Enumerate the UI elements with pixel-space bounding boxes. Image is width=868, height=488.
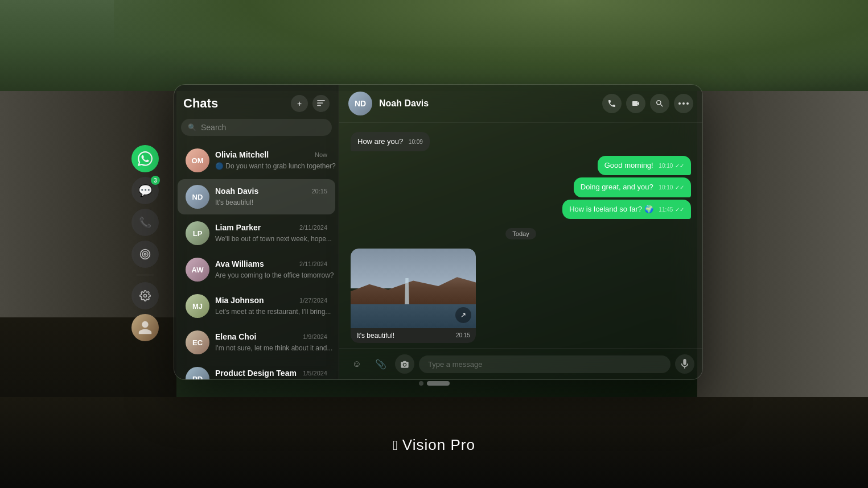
date-badge: Today (505, 228, 536, 239)
chat-time: 1/9/2024 (303, 333, 327, 340)
chat-info: Ava Williams 2/11/2024 Are you coming to… (215, 259, 327, 280)
apple-logo-icon:  (393, 437, 398, 453)
chat-time: 20:15 (311, 188, 327, 195)
chat-header-actions (602, 94, 693, 113)
svg-point-1 (142, 251, 148, 257)
contact-avatar: ND (348, 92, 372, 115)
svg-rect-6 (317, 105, 321, 106)
chat-list-item[interactable]: ND Noah Davis 20:15 It's beautiful! (178, 179, 335, 214)
mic-button[interactable] (675, 354, 694, 374)
attach-button[interactable]: 📎 (371, 354, 390, 374)
vision-pro-text: Vision Pro (402, 436, 475, 454)
camera-button[interactable] (395, 354, 414, 374)
chat-name: Mia Johnson (215, 296, 264, 305)
message-ticks: ✓✓ (675, 163, 684, 169)
chat-preview: 🔵 Do you want to grab lunch together? (215, 162, 336, 170)
chat-avatar: PD (186, 367, 209, 379)
sidebar: 💬 3 📞 (128, 145, 162, 341)
search-message-button[interactable] (650, 94, 669, 113)
message-item: Good morning! 10:10 ✓✓ (598, 156, 691, 175)
video-call-button[interactable] (626, 94, 645, 113)
emoji-button[interactable]: ☺ (347, 354, 367, 374)
sidebar-item-profile[interactable] (131, 314, 159, 341)
chat-info: Olivia Mitchell Now 🔵 Do you want to gra… (215, 150, 327, 171)
sidebar-item-whatsapp[interactable] (131, 145, 159, 172)
sidebar-item-status[interactable] (131, 241, 159, 268)
svg-point-7 (678, 102, 681, 105)
message-time: 10:10 (659, 184, 673, 191)
whatsapp-window: Chats + 🔍 OM Olivia Mitchel (174, 84, 703, 380)
svg-rect-5 (317, 102, 323, 104)
chat-info: Liam Parker 2/11/2024 We'll be out of to… (215, 223, 327, 243)
chat-list: OM Olivia Mitchell Now 🔵 Do you want to … (174, 142, 339, 379)
message-item: How are you? 10:09 (351, 132, 430, 151)
svg-rect-4 (317, 100, 325, 101)
chats-header: Chats + (174, 85, 339, 119)
caption-time: 20:15 (456, 332, 470, 338)
bg-trees (114, 0, 868, 91)
chat-preview: We'll be out of town next week, hope... (215, 235, 332, 243)
chat-name-row: Product Design Team 1/5/2024 (215, 369, 327, 378)
chat-list-item[interactable]: MJ Mia Johnson 1/27/2024 Let's meet at t… (178, 288, 335, 324)
chat-avatar: OM (186, 148, 209, 172)
vision-pro-logo:  Vision Pro (393, 436, 475, 454)
sidebar-item-chats[interactable]: 💬 3 (131, 177, 159, 204)
more-options-button[interactable] (674, 94, 693, 113)
chat-preview: Are you coming to the office tomorrow? (215, 271, 334, 279)
search-input[interactable] (201, 123, 325, 132)
chat-avatar: EC (186, 330, 209, 354)
message-text: Doing great, and you? (581, 183, 653, 191)
chat-time: 2/11/2024 (299, 224, 327, 231)
chat-info: Noah Davis 20:15 It's beautiful! (215, 187, 327, 207)
sidebar-divider (137, 275, 154, 275)
chat-header: ND Noah Davis (339, 85, 702, 123)
chat-time: 1/5/2024 (303, 370, 327, 377)
chat-list-item[interactable]: LP Liam Parker 2/11/2024 We'll be out of… (178, 216, 335, 251)
chat-list-item[interactable]: EC Elena Choi 1/9/2024 I'm not sure, let… (178, 325, 335, 360)
filter-button[interactable] (312, 95, 330, 112)
chat-name: Olivia Mitchell (215, 150, 269, 159)
svg-point-3 (144, 295, 147, 297)
svg-point-0 (144, 253, 146, 255)
message-time: 11:45 (659, 206, 673, 213)
chat-preview: Let's meet at the restaurant, I'll bring… (215, 308, 331, 316)
chat-time: 1/27/2024 (299, 297, 327, 304)
chat-name-row: Liam Parker 2/11/2024 (215, 223, 327, 232)
chat-panel: ND Noah Davis (339, 85, 702, 379)
add-chat-button[interactable]: + (291, 95, 308, 112)
image-message-inner: ↗ It's beautiful! 20:15 (351, 249, 476, 343)
search-icon: 🔍 (188, 123, 196, 131)
chat-list-item[interactable]: AW Ava Williams 2/11/2024 Are you coming… (178, 252, 335, 287)
chat-avatar: MJ (186, 294, 209, 318)
chat-icon: 💬 (138, 184, 153, 197)
sidebar-item-calls[interactable]: 📞 (131, 209, 159, 236)
share-image-button[interactable]: ↗ (455, 307, 471, 323)
chat-avatar: LP (186, 221, 209, 245)
chat-name: Ava Williams (215, 259, 264, 268)
message-text: How is Iceland so far? 🌍 (569, 205, 653, 213)
chat-name-row: Ava Williams 2/11/2024 (215, 259, 327, 268)
message-item: Doing great, and you? 10:10 ✓✓ (574, 177, 691, 197)
chat-time: 2/11/2024 (299, 260, 327, 267)
chat-info: Mia Johnson 1/27/2024 Let's meet at the … (215, 296, 327, 316)
chat-info: Product Design Team 1/5/2024 ✅ Joining i… (215, 369, 327, 379)
caption-text: It's beautiful! (356, 332, 394, 340)
date-divider: Today (351, 228, 691, 239)
chat-list-item[interactable]: PD Product Design Team 1/5/2024 ✅ Joinin… (178, 361, 335, 379)
image-caption: It's beautiful! 20:15 (351, 328, 476, 343)
message-ticks: ✓✓ (675, 206, 684, 213)
chat-name: Liam Parker (215, 223, 261, 232)
message-input[interactable] (419, 355, 670, 373)
pagination-dot-2[interactable] (427, 381, 450, 386)
message-ticks: ✓✓ (675, 184, 684, 191)
message-time: 10:10 (659, 163, 673, 169)
sidebar-item-settings[interactable] (131, 282, 159, 309)
chats-panel: Chats + 🔍 OM Olivia Mitchel (174, 85, 339, 379)
message-text: Good morning! (604, 161, 653, 169)
message-text: How are you? (357, 137, 403, 146)
voice-call-button[interactable] (602, 94, 622, 113)
pagination-dot-1[interactable] (419, 381, 423, 386)
chat-list-item[interactable]: OM Olivia Mitchell Now 🔵 Do you want to … (178, 143, 335, 178)
chat-name-row: Mia Johnson 1/27/2024 (215, 296, 327, 305)
sent-cluster: Good morning! 10:10 ✓✓ Doing great, and … (351, 156, 691, 219)
